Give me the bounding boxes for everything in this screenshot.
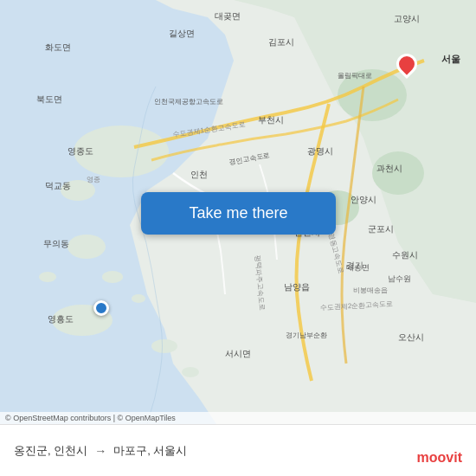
svg-text:서울: 서울 [441, 54, 460, 64]
svg-text:과천시: 과천시 [376, 164, 402, 173]
svg-text:인천국제공항고속도로: 인천국제공항고속도로 [154, 98, 223, 106]
svg-text:비봉매송읍: 비봉매송읍 [353, 286, 388, 294]
origin-pin [93, 300, 109, 316]
destination-pin [396, 54, 417, 81]
svg-text:영종: 영종 [87, 176, 100, 183]
route-info: 옹진군, 인천시 → 마포구, 서울시 [14, 443, 462, 459]
svg-text:김포시: 김포시 [268, 37, 294, 47]
svg-text:수원시: 수원시 [392, 250, 418, 260]
svg-text:덕교동: 덕교동 [45, 181, 71, 190]
svg-point-8 [68, 235, 106, 259]
svg-text:광명시: 광명시 [307, 146, 333, 156]
svg-text:안양시: 안양시 [351, 195, 376, 204]
map-container: 고양시 김포시 대곶면 화도면 길상면 북도면 영종도 덕교동 무의동 부천시 … [0, 0, 476, 424]
svg-text:매송면: 매송면 [346, 263, 370, 272]
button-label: Take me there [189, 204, 287, 222]
svg-text:군포시: 군포시 [368, 224, 394, 234]
svg-text:남수원: 남수원 [388, 274, 411, 283]
svg-text:길상면: 길상면 [169, 29, 195, 38]
svg-text:경기남부순환: 경기남부순환 [286, 331, 327, 339]
map-copyright: © OpenStreetMap contributors | © OpenMap… [0, 412, 476, 424]
svg-text:무의동: 무의동 [43, 239, 69, 248]
svg-text:영흥도: 영흥도 [48, 314, 74, 324]
svg-text:남양읍: 남양읍 [284, 282, 310, 292]
svg-point-13 [151, 339, 177, 353]
svg-text:북도면: 북도면 [36, 94, 62, 104]
svg-point-11 [102, 271, 123, 283]
svg-text:오산시: 오산시 [398, 332, 424, 342]
moovit-logo-text: moovit [417, 450, 462, 466]
route-arrow: → [94, 444, 106, 458]
svg-text:인천: 인천 [190, 170, 208, 179]
moovit-logo: moovit [417, 450, 462, 466]
svg-text:서시면: 서시면 [225, 349, 251, 358]
svg-text:올림픽대로: 올림픽대로 [338, 72, 372, 80]
svg-text:화도면: 화도면 [45, 42, 71, 52]
svg-text:영종도: 영종도 [68, 146, 93, 156]
svg-point-4 [372, 151, 424, 195]
svg-point-10 [39, 272, 56, 282]
svg-text:부천시: 부천시 [258, 115, 284, 125]
svg-text:고양시: 고양시 [394, 14, 420, 23]
take-me-there-button[interactable]: Take me there [141, 192, 336, 235]
route-from: 옹진군, 인천시 [14, 443, 87, 459]
svg-point-12 [132, 294, 145, 303]
route-to: 마포구, 서울시 [113, 443, 187, 459]
bottom-bar: 옹진군, 인천시 → 마포구, 서울시 moovit [0, 424, 476, 476]
svg-point-14 [182, 367, 199, 377]
svg-text:대곶면: 대곶면 [215, 11, 241, 21]
